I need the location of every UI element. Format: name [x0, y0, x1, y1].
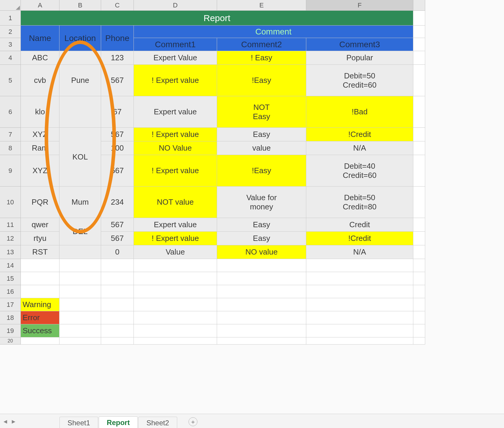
cell-comment3[interactable]: Credit — [306, 218, 413, 232]
row-header[interactable]: 6 — [0, 96, 21, 128]
cell-comment3[interactable]: N/A — [306, 141, 413, 155]
cell-comment1[interactable]: NOT value — [134, 187, 217, 218]
cell[interactable] — [217, 311, 306, 324]
cell-comment2[interactable]: NOT Easy — [217, 96, 306, 128]
cell-comment1[interactable]: ! Expert value — [134, 65, 217, 96]
col-header-extra[interactable] — [413, 0, 425, 11]
cell-location[interactable] — [59, 96, 101, 128]
col-header-B[interactable]: B — [59, 0, 101, 11]
cell[interactable] — [101, 311, 134, 324]
cell-phone[interactable]: 0 — [101, 245, 134, 259]
cell-location[interactable] — [59, 245, 101, 259]
sheet-tab-sheet1[interactable]: Sheet1 — [59, 417, 98, 428]
tab-nav-next-icon[interactable]: ► — [11, 418, 17, 425]
cell[interactable] — [134, 259, 217, 272]
cell[interactable] — [413, 324, 425, 337]
cell[interactable] — [59, 311, 101, 324]
cell[interactable] — [59, 259, 101, 272]
row-header[interactable]: 2 — [0, 26, 21, 38]
cell[interactable] — [413, 38, 425, 51]
cell-phone[interactable]: 567 — [101, 128, 134, 141]
row-header[interactable]: 15 — [0, 272, 21, 285]
col-header-D[interactable]: D — [134, 0, 217, 11]
cell[interactable] — [59, 324, 101, 337]
cell-phone[interactable]: 100 — [101, 141, 134, 155]
row-header[interactable]: 16 — [0, 285, 21, 298]
cell-comment2[interactable]: Value for money — [217, 187, 306, 218]
legend-error[interactable]: Error — [21, 311, 59, 324]
cell[interactable] — [413, 155, 425, 187]
cell[interactable] — [306, 285, 413, 298]
cell-comment1[interactable]: ! Expert value — [134, 128, 217, 141]
tab-nav-prev-icon[interactable]: ◄ — [2, 418, 8, 425]
cell[interactable] — [217, 337, 306, 345]
cell-comment2[interactable]: ! Easy — [217, 51, 306, 65]
cell-phone[interactable]: 567 — [101, 65, 134, 96]
cell[interactable] — [21, 337, 59, 345]
cell-phone[interactable]: 67 — [101, 96, 134, 128]
cell[interactable] — [217, 259, 306, 272]
cell-name[interactable]: RST — [21, 245, 59, 259]
col-header-C[interactable]: C — [101, 0, 134, 11]
row-header[interactable]: 17 — [0, 298, 21, 311]
cell-name[interactable]: qwer — [21, 218, 59, 232]
cell[interactable] — [413, 232, 425, 245]
cell[interactable] — [413, 337, 425, 345]
row-header[interactable]: 14 — [0, 259, 21, 272]
col-header-A[interactable]: A — [21, 0, 59, 11]
cell-comment2[interactable]: !Easy — [217, 65, 306, 96]
cell[interactable] — [21, 272, 59, 285]
row-header[interactable]: 13 — [0, 245, 21, 259]
row-header[interactable]: 5 — [0, 65, 21, 96]
cell[interactable] — [413, 11, 425, 26]
cell[interactable] — [413, 298, 425, 311]
sheet-tab-report[interactable]: Report — [99, 416, 138, 428]
cell-comment3[interactable]: !Credit — [306, 232, 413, 245]
cell[interactable] — [101, 324, 134, 337]
col-header-F[interactable]: F — [306, 0, 413, 11]
cell[interactable] — [413, 245, 425, 259]
cell[interactable] — [413, 272, 425, 285]
cell[interactable] — [413, 218, 425, 232]
cell[interactable] — [413, 51, 425, 65]
header-location[interactable]: Location — [59, 26, 101, 51]
header-comment-group[interactable]: Comment — [134, 26, 413, 38]
header-comment1[interactable]: Comment1 — [134, 38, 217, 51]
cell[interactable] — [413, 96, 425, 128]
header-name[interactable]: Name — [21, 26, 59, 51]
cell-comment2[interactable]: Easy — [217, 218, 306, 232]
cell[interactable] — [306, 298, 413, 311]
cell-phone[interactable]: 123 — [101, 51, 134, 65]
cell[interactable] — [413, 26, 425, 38]
row-header[interactable]: 10 — [0, 187, 21, 218]
cell[interactable] — [413, 285, 425, 298]
row-header[interactable]: 3 — [0, 38, 21, 51]
cell[interactable] — [59, 272, 101, 285]
cell-location[interactable] — [59, 51, 101, 65]
cell[interactable] — [413, 311, 425, 324]
cell-name[interactable]: rtyu — [21, 232, 59, 245]
cell[interactable] — [21, 259, 59, 272]
cell-phone[interactable]: 234 — [101, 187, 134, 218]
cell[interactable] — [59, 285, 101, 298]
cell-location[interactable]: DEL — [59, 218, 101, 245]
cell[interactable] — [413, 187, 425, 218]
cell[interactable] — [101, 337, 134, 345]
cell-name[interactable]: cvb — [21, 65, 59, 96]
header-phone[interactable]: Phone — [101, 26, 134, 51]
cell-comment1[interactable]: Value — [134, 245, 217, 259]
row-header[interactable]: 7 — [0, 128, 21, 141]
cell-location[interactable]: Pune — [59, 65, 101, 96]
cell-name[interactable]: klo — [21, 96, 59, 128]
cell-comment1[interactable]: ! Expert value — [134, 155, 217, 187]
cell-comment2[interactable]: !Easy — [217, 155, 306, 187]
cell-name[interactable]: Ram — [21, 141, 59, 155]
row-header[interactable]: 20 — [0, 337, 21, 345]
cell[interactable] — [217, 298, 306, 311]
cell-comment3[interactable]: !Credit — [306, 128, 413, 141]
cell[interactable] — [413, 128, 425, 141]
row-header[interactable]: 8 — [0, 141, 21, 155]
header-comment2[interactable]: Comment2 — [217, 38, 306, 51]
cell[interactable] — [413, 65, 425, 96]
report-title[interactable]: Report — [21, 11, 413, 26]
